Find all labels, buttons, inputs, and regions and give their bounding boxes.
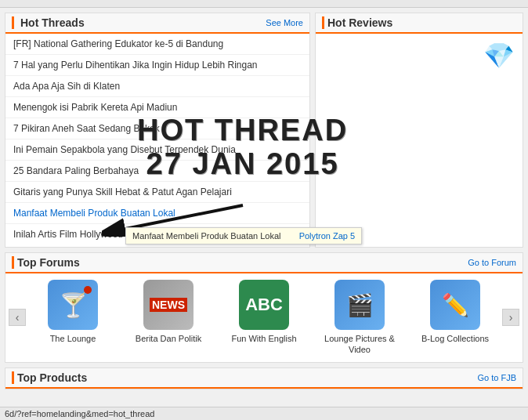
status-url: 6d/?ref=homelanding&med=hot_thread [5, 409, 154, 418]
forum-item-lounge[interactable]: 🍸 The Lounge [36, 280, 110, 356]
list-item[interactable]: Ada Apa Aja Sih di Klaten [5, 76, 309, 97]
forum-label-lounge: The Lounge [50, 333, 96, 344]
lounge-dot [84, 286, 92, 294]
forum-icon-lounge-pics: 🎬 [335, 280, 385, 330]
list-item[interactable]: Menengok isi Pabrik Kereta Api Madiun [5, 97, 309, 118]
hot-reviews-title: Hot Reviews [322, 16, 392, 29]
carousel-next-button[interactable]: › [502, 309, 519, 326]
content-area: Hot Threads See More [FR] National Gathe… [0, 8, 528, 252]
top-nav [0, 0, 528, 8]
main-container: Hot Threads See More [FR] National Gathe… [0, 0, 528, 394]
hot-threads-title: Hot Threads [12, 16, 85, 29]
list-item[interactable]: Ini Pemain Sepakbola yang Disebut Terpen… [5, 139, 309, 161]
forum-label-abc: Fun With English [231, 333, 296, 344]
list-item[interactable]: [FR] National Gathering Edukator ke-5 di… [5, 34, 309, 55]
forum-item-news[interactable]: NEWS Berita Dan Politik [132, 280, 206, 356]
blog-icon: ✏️ [442, 292, 469, 318]
list-item[interactable]: 7 Hal yang Perlu Dihentikan Jika Ingin H… [5, 55, 309, 76]
hot-threads-header: Hot Threads See More [5, 13, 309, 34]
go-to-fjb-link[interactable]: Go to FJB [477, 373, 516, 382]
tooltip-overlay: Manfaat Membeli Produk Buatan Lokal Poly… [125, 227, 362, 244]
forum-icon-news: NEWS [143, 280, 193, 330]
forum-icons: 🍸 The Lounge NEWS Berita Dan Politik [29, 280, 499, 356]
crystal-icon: 💎 [483, 41, 515, 71]
forum-item-abc[interactable]: ABC Fun With English [227, 280, 302, 356]
forum-label-news: Berita Dan Politik [136, 333, 201, 344]
top-products-section: Top Products Go to FJB [5, 368, 523, 389]
forum-item-blog[interactable]: ✏️ B-Log Collections [418, 280, 493, 356]
lounge-pics-icon: 🎬 [346, 292, 374, 318]
news-text-icon: NEWS [150, 298, 187, 312]
see-more-link[interactable]: See More [266, 18, 303, 27]
abc-text-icon: ABC [245, 295, 283, 315]
martini-icon: 🍸 [59, 291, 88, 319]
forum-label-lounge-pics: Lounge Pictures & Video [323, 333, 397, 356]
forum-icon-blog: ✏️ [430, 280, 480, 330]
hot-reviews-panel: Hot Reviews 💎 [315, 13, 523, 248]
carousel-prev-button[interactable]: ‹ [9, 309, 26, 326]
status-bar: 6d/?ref=homelanding&med=hot_thread [0, 407, 528, 420]
list-item[interactable]: 25 Bandara Paling Berbahaya [5, 161, 309, 182]
forums-carousel: ‹ 🍸 The Lounge NEWS [5, 273, 523, 362]
forum-icon-lounge: 🍸 [48, 280, 98, 330]
tooltip-text: Manfaat Membeli Produk Buatan Lokal [132, 231, 281, 241]
top-forums-section: Top Forums Go to Forum ‹ 🍸 The Lounge [5, 252, 523, 363]
top-forums-title: Top Forums [12, 256, 80, 269]
hot-reviews-header: Hot Reviews [316, 13, 523, 34]
top-products-title: Top Products [12, 371, 87, 384]
news-box: NEWS [143, 280, 193, 330]
tooltip-link[interactable]: Polytron Zap 5 [299, 231, 356, 241]
forum-icon-abc: ABC [239, 280, 289, 330]
forum-item-lounge-pics[interactable]: 🎬 Lounge Pictures & Video [323, 280, 397, 356]
forum-label-blog: B-Log Collections [421, 333, 489, 344]
forums-header: Top Forums Go to Forum [5, 253, 523, 273]
go-to-forum-link[interactable]: Go to Forum [468, 258, 516, 267]
list-item[interactable]: 7 Pikiran Aneh Saat Sedang Bokek [5, 118, 309, 139]
products-header: Top Products Go to FJB [5, 368, 523, 389]
